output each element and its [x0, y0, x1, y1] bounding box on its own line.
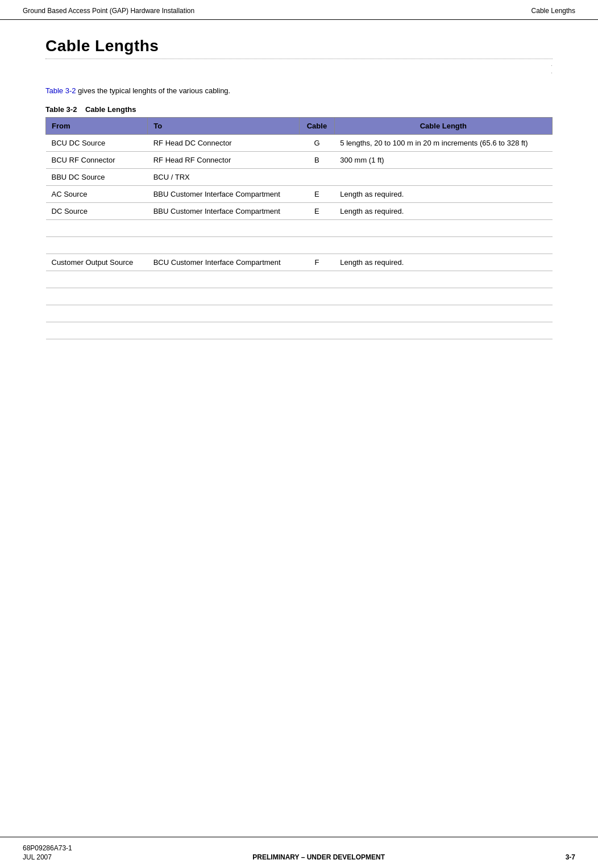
empty-cell-8-2: [300, 271, 335, 288]
col-header-from: From: [46, 118, 148, 135]
cell-to: RF Head DC Connector: [148, 135, 300, 152]
cell-cable: G: [300, 135, 335, 152]
table-row: [46, 305, 553, 322]
table-row: [46, 237, 553, 254]
cell-to: BBU Customer Interface Compartment: [148, 186, 300, 203]
page-header: Ground Based Access Point (GAP) Hardware…: [0, 0, 598, 20]
cell-from: DC Source: [46, 203, 148, 220]
table-row: BCU DC SourceRF Head DC ConnectorG5 leng…: [46, 135, 553, 152]
empty-cell-8-3: [334, 271, 552, 288]
cell-length: Length as required.: [334, 186, 552, 203]
table-title-name: Cable Lengths: [85, 105, 136, 114]
header-right: Cable Lengths: [531, 7, 575, 15]
cell-length: 300 mm (1 ft): [334, 152, 552, 169]
dots-decoration: ..: [45, 60, 553, 75]
table-title-text: [79, 105, 83, 114]
table-row: AC SourceBBU Customer Interface Compartm…: [46, 186, 553, 203]
empty-cell-8-0: [46, 271, 148, 288]
table-row: BBU DC SourceBCU / TRX: [46, 169, 553, 186]
empty-cell-10-0: [46, 305, 148, 322]
empty-cell-5-2: [300, 220, 335, 237]
empty-cell-6-3: [334, 237, 552, 254]
cell-to: BCU / TRX: [148, 169, 300, 186]
table-title-line: Table 3-2 Cable Lengths: [45, 105, 553, 114]
page-footer: 68P09286A73-1 JUL 2007 PRELIMINARY – UND…: [0, 837, 598, 868]
cell-from: BCU RF Connector: [46, 152, 148, 169]
cell-length: [334, 169, 552, 186]
empty-cell-9-2: [300, 288, 335, 305]
table-row: [46, 271, 553, 288]
page-container: Ground Based Access Point (GAP) Hardware…: [0, 0, 598, 868]
empty-cell-11-1: [148, 322, 300, 339]
table-ref-link[interactable]: Table 3-2: [45, 86, 78, 95]
cell-length: Length as required.: [334, 203, 552, 220]
table-label: Table 3-2: [45, 105, 77, 114]
empty-cell-10-2: [300, 305, 335, 322]
cell-cable: E: [300, 186, 335, 203]
cell-to: RF Head RF Connector: [148, 152, 300, 169]
cell-from: Customer Output Source: [46, 254, 148, 271]
header-left: Ground Based Access Point (GAP) Hardware…: [23, 7, 194, 15]
empty-cell-9-3: [334, 288, 552, 305]
dotted-separator: [45, 59, 553, 59]
footer-center: PRELIMINARY – UNDER DEVELOPMENT: [72, 853, 566, 861]
empty-cell-6-0: [46, 237, 148, 254]
cell-from: BCU DC Source: [46, 135, 148, 152]
empty-cell-5-0: [46, 220, 148, 237]
table-row: DC SourceBBU Customer Interface Compartm…: [46, 203, 553, 220]
footer-left: 68P09286A73-1 JUL 2007: [23, 844, 72, 861]
empty-cell-6-2: [300, 237, 335, 254]
table-header-row: From To Cable Cable Length: [46, 118, 553, 135]
empty-cell-10-1: [148, 305, 300, 322]
intro-text-after: gives the typical lenghts of the various…: [78, 86, 230, 95]
empty-cell-9-0: [46, 288, 148, 305]
table-row: Customer Output SourceBCU Customer Inter…: [46, 254, 553, 271]
intro-paragraph: Table 3-2 gives the typical lenghts of t…: [45, 86, 553, 95]
table-header: From To Cable Cable Length: [46, 118, 553, 135]
empty-cell-10-3: [334, 305, 552, 322]
empty-cell-8-1: [148, 271, 300, 288]
cell-cable: E: [300, 203, 335, 220]
cable-lengths-table: From To Cable Cable Length BCU DC Source…: [45, 117, 553, 339]
table-row: [46, 220, 553, 237]
col-header-cable: Cable: [300, 118, 335, 135]
table-row: [46, 288, 553, 305]
cell-cable: [300, 169, 335, 186]
col-header-to: To: [148, 118, 300, 135]
doc-number: 68P09286A73-1: [23, 844, 72, 852]
empty-cell-11-2: [300, 322, 335, 339]
footer-date: JUL 2007: [23, 853, 72, 861]
page-title: Cable Lengths: [45, 37, 553, 55]
cell-length: 5 lengths, 20 to 100 m in 20 m increment…: [334, 135, 552, 152]
empty-cell-11-3: [334, 322, 552, 339]
cell-from: AC Source: [46, 186, 148, 203]
empty-cell-5-1: [148, 220, 300, 237]
cell-cable: B: [300, 152, 335, 169]
empty-cell-6-1: [148, 237, 300, 254]
empty-cell-11-0: [46, 322, 148, 339]
main-content: Cable Lengths .. Table 3-2 gives the typ…: [0, 20, 598, 385]
col-header-length: Cable Length: [334, 118, 552, 135]
table-row: [46, 322, 553, 339]
cell-cable: F: [300, 254, 335, 271]
cell-from: BBU DC Source: [46, 169, 148, 186]
cell-to: BCU Customer Interface Compartment: [148, 254, 300, 271]
table-row: BCU RF ConnectorRF Head RF ConnectorB300…: [46, 152, 553, 169]
table-body: BCU DC SourceRF Head DC ConnectorG5 leng…: [46, 135, 553, 339]
cell-length: Length as required.: [334, 254, 552, 271]
cell-to: BBU Customer Interface Compartment: [148, 203, 300, 220]
empty-cell-5-3: [334, 220, 552, 237]
empty-cell-9-1: [148, 288, 300, 305]
page-number: 3-7: [566, 853, 575, 861]
